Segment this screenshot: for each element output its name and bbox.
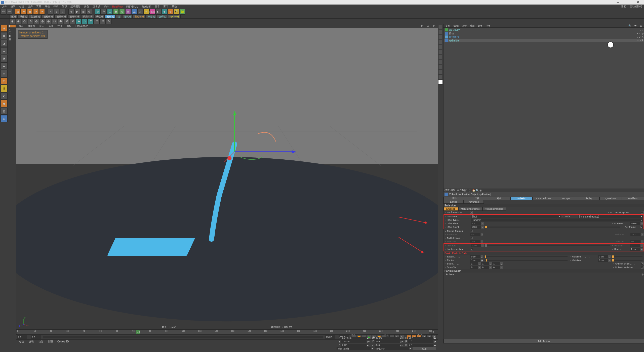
startemit-input[interactable]: 0 F [470,233,480,236]
redo-button[interactable]: ↷ [7,9,12,15]
t3-9[interactable]: ⬢ [58,19,63,24]
light[interactable]: ☀ [143,9,149,15]
tab-emission[interactable]: Emission [510,197,533,200]
rt-7[interactable] [438,55,443,59]
bt-create[interactable]: 创建 [17,340,26,343]
coord-mode-1[interactable]: 对象 (相对) [337,347,371,350]
pos-x[interactable]: 5.979 cm [341,337,367,340]
lt-6[interactable]: ◆ [1,62,8,69]
t3-2[interactable]: ◈ [16,19,21,24]
rot-h[interactable]: 90 ° [408,337,433,340]
lt2-pointer[interactable]: ↖ [9,28,16,31]
am-edit[interactable]: 编辑 [451,189,456,192]
bt-cycles[interactable]: Cycles 4D [55,340,71,343]
menu-redshift[interactable]: Redshift [141,5,153,8]
lt-9[interactable]: S [1,85,8,92]
bt-edit[interactable]: 编辑 [27,340,36,343]
t3-6[interactable]: ◑ [40,19,45,24]
om-eye-icon[interactable]: 👁 [633,24,638,27]
shottime-input[interactable]: 1 F [471,222,481,225]
lt2-5[interactable]: ▦ [9,38,16,40]
vp-view[interactable]: 查看 [17,24,25,28]
vp-icon-1[interactable]: ⊞ [420,25,425,27]
x-lock[interactable]: X [48,9,53,15]
shotcount-input[interactable]: 1000 [471,226,481,229]
vp-icon-2[interactable]: ◈ [426,25,431,27]
size-y[interactable]: 2 cm [375,340,400,343]
spline-pen[interactable]: ✎ [101,9,107,15]
coord-system[interactable]: ◈ [68,9,74,15]
rotate-tool[interactable]: ⟳ [33,9,39,15]
viewport[interactable]: Number of emitters: 1 Total live particl… [16,28,438,329]
t3-12[interactable]: ◆ [76,19,82,24]
tag[interactable]: PSR [149,9,155,15]
maximize-button[interactable]: ☐ [623,0,633,5]
lifespan-input[interactable]: 75 F [470,240,480,243]
shottype-dropdown[interactable]: Random [471,218,643,222]
subtab-motion[interactable]: Motion Inheritance [458,207,482,211]
t3-10[interactable]: ❋ [64,19,69,24]
pradius-input[interactable]: 1 cm [470,259,480,262]
bee-icon[interactable]: 🐝 [174,9,179,15]
render-region[interactable]: ⊞ [80,9,86,15]
obj-xpgravity[interactable]: xpGravity ▪ ✓ [444,28,643,32]
vp-prorender[interactable]: ProRender [74,25,89,27]
mograph-icon[interactable]: ◐ [155,9,161,15]
menu-mesh[interactable]: 网格 [43,5,51,8]
rt-1[interactable] [438,25,443,29]
tag-cube[interactable]: 立方体域 [29,15,42,18]
rt-4[interactable] [438,40,443,44]
speed-input[interactable]: 0 cm [470,255,480,258]
obj-cylinder[interactable]: 圆柱 ▪ ✓ ⊙ [444,32,643,35]
tag-cylinder[interactable]: 圆柱体域 [42,15,55,18]
menu-create[interactable]: 创建 [18,5,26,8]
menu-layout[interactable]: 界面 [620,5,628,8]
add-action-button[interactable]: Add Action [444,339,644,343]
rt-2[interactable] [438,30,443,34]
camera[interactable]: ◎ [137,9,143,15]
tab-object[interactable]: 对象 [488,197,510,200]
nointersect-checkbox[interactable]: ✓ [471,248,473,250]
rt-8[interactable] [438,60,443,64]
playhead[interactable]: 73 [136,330,140,334]
om-view[interactable]: 查看 [461,24,468,28]
tag-formula[interactable]: 公式域 [157,15,167,18]
shotcount-slider[interactable] [485,227,620,228]
t3-11[interactable]: ※ [70,19,75,24]
size-x[interactable]: 45 cm [375,337,400,340]
t3-5[interactable]: ◐ [34,19,39,24]
scalevar-y[interactable]: 0 [481,266,489,269]
render-settings[interactable]: ⚙ [87,9,92,15]
rot-b[interactable]: 0 ° [408,344,433,347]
tab-groups[interactable]: Groups [555,197,577,200]
lt2-4[interactable]: ◐ [9,34,16,37]
frog-icon[interactable]: 🐸 [180,9,185,15]
minimize-button[interactable]: ─ [613,0,623,5]
obj-xpemitter[interactable]: xpEmitter ▪ ✓ P [444,39,643,42]
effector[interactable]: ◆ [162,9,167,15]
tag-area[interactable]: 区域 [10,15,18,18]
fulllife-checkbox[interactable]: ✓ [470,237,473,239]
rt-6[interactable] [438,50,443,54]
duration-input[interactable]: 200 F [630,222,640,225]
render-view[interactable]: ▶ [74,9,80,15]
lt-model[interactable]: ◉ [1,25,8,32]
menu-mograph[interactable]: 运动图形 [69,5,82,8]
birthrate-slider[interactable] [485,245,610,246]
rot-p[interactable]: 0 ° [408,340,433,343]
menu-plugins[interactable]: 插件 [102,5,110,8]
menu-spline[interactable]: 样条 [52,5,60,8]
tag-python[interactable]: Python域 [168,15,181,18]
t3-4[interactable]: ⊙ [28,19,33,24]
rt-12[interactable] [438,80,443,84]
apply-button[interactable]: 应用 [413,347,436,350]
t3-3[interactable]: ◇ [22,19,27,24]
rt-9[interactable] [438,65,443,69]
nocontrol-checkbox[interactable] [641,211,643,214]
tab-advanced[interactable]: Advanced [464,200,484,204]
am-mode[interactable]: 模式 [445,189,450,192]
tag-sound[interactable]: 声音域 [146,15,156,18]
move-tool[interactable]: ✥ [21,9,27,15]
nurbs[interactable]: ⬡ [107,9,113,15]
generator[interactable]: ⬢ [113,9,119,15]
